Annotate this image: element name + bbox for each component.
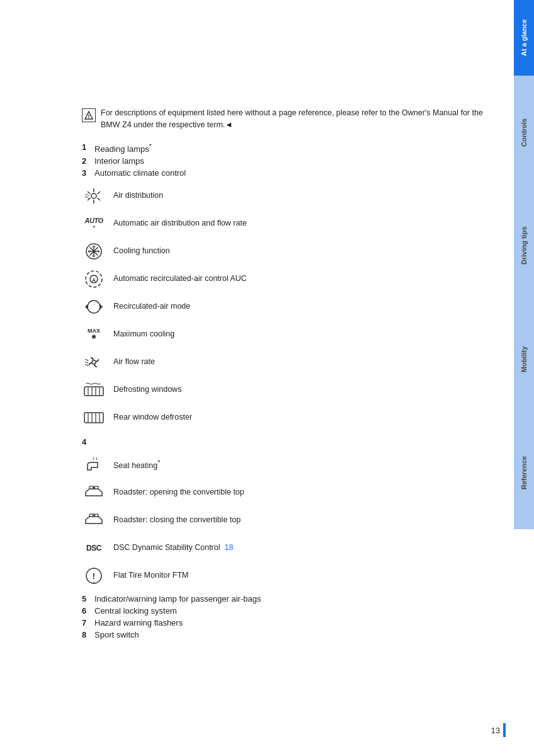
- main-content: For descriptions of equipment listed her…: [82, 107, 503, 718]
- svg-point-3: [91, 193, 96, 198]
- svg-rect-29: [84, 387, 103, 396]
- list-item-8: 8 Sport switch: [82, 630, 503, 639]
- list-item: Air flow rate: [82, 352, 503, 373]
- sidebar-tab-controls[interactable]: Controls: [514, 76, 534, 189]
- dsc-link[interactable]: 18: [224, 543, 233, 552]
- list-item: MAX❅ Maximum cooling: [82, 324, 503, 345]
- note-box: For descriptions of equipment listed her…: [82, 107, 503, 131]
- max-cooling-icon: MAX❅: [82, 328, 106, 341]
- page-footer: 13: [491, 723, 506, 737]
- sidebar-tab-at-glance[interactable]: At a glance: [514, 0, 534, 76]
- page-accent-bar: [503, 723, 506, 737]
- sidebar-tab-driving-label: Driving tips: [520, 227, 528, 265]
- list-item: Defrosting windows: [82, 379, 503, 401]
- sidebar-tab-mobility[interactable]: Mobility: [514, 302, 534, 416]
- close-top-label: Roadster: closing the convertible top: [113, 515, 241, 526]
- air-distribution-label: Air distribution: [113, 190, 163, 202]
- auc-label: Automatic recirculated-air control AUC: [113, 273, 247, 285]
- sidebar-tab-reference-label: Reference: [520, 455, 528, 489]
- svg-rect-34: [84, 413, 103, 423]
- climate-icons-section: Air distribution AUTO• Automatic air dis…: [82, 185, 503, 428]
- auto-label: Automatic air distribution and flow rate: [113, 218, 247, 229]
- open-top-label: Roadster: opening the convertible top: [113, 487, 244, 498]
- sidebar-tab-controls-label: Controls: [520, 118, 528, 146]
- sidebar-tab-reference[interactable]: Reference: [514, 416, 534, 529]
- list-item: DSC DSC Dynamic Stability Control 18: [82, 537, 503, 559]
- list-item: Recirculated-air mode: [82, 296, 503, 318]
- defrost-icon: [82, 382, 106, 398]
- ftm-icon: !: [82, 566, 106, 585]
- dsc-icon: DSC: [82, 544, 106, 553]
- list-item: Cooling function: [82, 241, 503, 262]
- list-item-1: 1 Reading lamps*: [82, 142, 503, 154]
- cooling-label: Cooling function: [113, 246, 170, 257]
- list-item-6: 6 Central locking system: [82, 606, 503, 616]
- air-flow-label: Air flow rate: [113, 357, 155, 368]
- seat-heat-icon: [82, 456, 106, 474]
- svg-marker-27: [85, 304, 88, 309]
- list-item: Seat heating*: [82, 454, 503, 476]
- rear-defrost-label: Rear window defroster: [113, 412, 192, 423]
- defrost-label: Defrosting windows: [113, 384, 181, 396]
- max-cooling-label: Maximum cooling: [113, 329, 174, 340]
- note-icon: [82, 108, 96, 122]
- list-item-5: 5 Indicator/warning lamp for passenger a…: [82, 594, 503, 604]
- list-item: Roadster: closing the convertible top: [82, 510, 503, 531]
- section4-icons: Seat heating* Roadster: opening the conv…: [82, 454, 503, 587]
- svg-point-49: [93, 582, 94, 583]
- recirculated-label: Recirculated-air mode: [113, 301, 190, 312]
- svg-point-2: [88, 117, 89, 118]
- list-item: Rear window defroster: [82, 407, 503, 428]
- dsc-label: DSC Dynamic Stability Control 18: [113, 542, 233, 554]
- svg-point-28: [92, 360, 96, 364]
- list-item: ! Flat Tire Monitor FTM: [82, 565, 503, 587]
- seat-heat-label: Seat heating*: [113, 459, 160, 472]
- air-flow-icon: [82, 353, 106, 371]
- recirculated-icon: [82, 298, 106, 316]
- section-4-num: 4: [82, 437, 503, 447]
- svg-line-6: [98, 198, 101, 200]
- svg-line-9: [88, 192, 91, 194]
- list-item: AUTO• Automatic air distribution and flo…: [82, 213, 503, 234]
- note-text: For descriptions of equipment listed her…: [101, 107, 503, 131]
- auc-icon: A: [82, 269, 106, 289]
- svg-line-5: [98, 192, 101, 194]
- svg-text:A: A: [92, 277, 96, 284]
- list-item-7: 7 Hazard warning flashers: [82, 618, 503, 627]
- ftm-label: Flat Tire Monitor FTM: [113, 570, 188, 581]
- cooling-icon: [82, 242, 106, 261]
- sidebar-tab-driving[interactable]: Driving tips: [514, 189, 534, 302]
- svg-text:!: !: [93, 571, 95, 581]
- list-item-2: 2 Interior lamps: [82, 156, 503, 166]
- auto-icon: AUTO•: [82, 217, 106, 231]
- svg-marker-26: [100, 304, 103, 309]
- rear-defrost-icon: [82, 410, 106, 426]
- page-number: 13: [491, 726, 500, 735]
- list-item: Air distribution: [82, 185, 503, 207]
- sidebar-tab-at-glance-label: At a glance: [520, 20, 528, 57]
- open-top-icon: [82, 486, 106, 500]
- page-container: At a glance Controls Driving tips Mobili…: [0, 0, 534, 756]
- sidebar: At a glance Controls Driving tips Mobili…: [514, 0, 534, 756]
- close-top-icon: [82, 513, 106, 527]
- list-item: Roadster: opening the convertible top: [82, 482, 503, 503]
- sidebar-tab-mobility-label: Mobility: [520, 346, 528, 372]
- air-distribution-icon: [82, 187, 106, 205]
- list-item-3: 3 Automatic climate control: [82, 168, 503, 178]
- list-item: A Automatic recirculated-air control AUC: [82, 268, 503, 290]
